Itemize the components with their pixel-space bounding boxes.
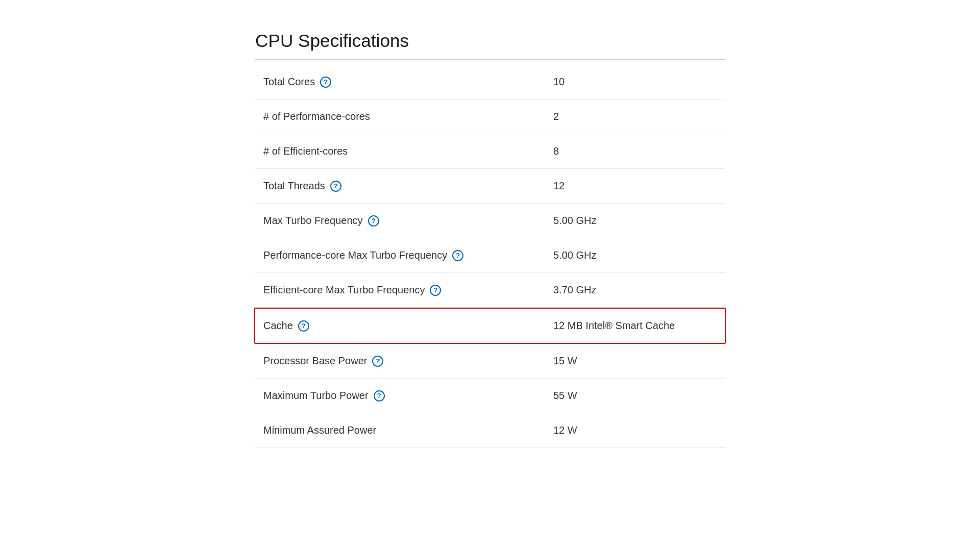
spec-row-maximum-turbo-power: Maximum Turbo Power?55 W (255, 379, 725, 413)
section-divider (255, 59, 725, 60)
spec-label-max-turbo-frequency: Max Turbo Frequency? (263, 215, 553, 227)
spec-label-performance-core-max-turbo: Performance-core Max Turbo Frequency? (263, 249, 553, 261)
help-icon-processor-base-power[interactable]: ? (372, 356, 383, 367)
spec-label-text-efficient-core-max-turbo: Efficient-core Max Turbo Frequency (263, 284, 425, 296)
spec-label-total-cores: Total Cores? (263, 76, 553, 88)
spec-label-text-cache: Cache (263, 320, 293, 332)
spec-row-performance-core-max-turbo: Performance-core Max Turbo Frequency?5.0… (255, 238, 725, 273)
spec-label-text-efficient-cores: # of Efficient-cores (263, 145, 348, 157)
spec-value-minimum-assured-power: 12 W (553, 424, 717, 436)
help-icon-cache[interactable]: ? (298, 320, 309, 332)
section-title: CPU Specifications (255, 31, 725, 51)
spec-value-performance-core-max-turbo: 5.00 GHz (553, 249, 717, 261)
spec-row-max-turbo-frequency: Max Turbo Frequency?5.00 GHz (255, 204, 725, 238)
help-icon-maximum-turbo-power[interactable]: ? (374, 390, 385, 402)
spec-label-text-performance-cores: # of Performance-cores (263, 111, 370, 122)
spec-row-total-threads: Total Threads?12 (255, 169, 725, 204)
spec-label-text-total-threads: Total Threads (263, 180, 325, 192)
spec-row-efficient-cores: # of Efficient-cores8 (255, 134, 725, 169)
specs-list: Total Cores?10# of Performance-cores2# o… (255, 65, 725, 448)
spec-row-minimum-assured-power: Minimum Assured Power12 W (255, 413, 725, 448)
spec-value-max-turbo-frequency: 5.00 GHz (553, 215, 717, 227)
spec-row-processor-base-power: Processor Base Power?15 W (255, 344, 725, 379)
spec-label-text-processor-base-power: Processor Base Power (263, 355, 367, 367)
spec-label-maximum-turbo-power: Maximum Turbo Power? (263, 390, 553, 402)
spec-value-performance-cores: 2 (553, 111, 717, 122)
spec-row-performance-cores: # of Performance-cores2 (255, 99, 725, 134)
spec-value-total-threads: 12 (553, 180, 717, 192)
help-icon-total-cores[interactable]: ? (320, 77, 331, 88)
spec-label-text-max-turbo-frequency: Max Turbo Frequency (263, 215, 363, 227)
spec-label-total-threads: Total Threads? (263, 180, 553, 192)
spec-label-text-total-cores: Total Cores (263, 76, 315, 88)
spec-value-efficient-cores: 8 (553, 145, 717, 157)
help-icon-performance-core-max-turbo[interactable]: ? (452, 250, 463, 261)
cpu-specs-container: CPU Specifications Total Cores?10# of Pe… (235, 20, 745, 458)
spec-label-processor-base-power: Processor Base Power? (263, 355, 553, 367)
spec-label-text-performance-core-max-turbo: Performance-core Max Turbo Frequency (263, 249, 447, 261)
spec-label-cache: Cache? (263, 320, 553, 332)
spec-label-minimum-assured-power: Minimum Assured Power (263, 424, 553, 436)
help-icon-efficient-core-max-turbo[interactable]: ? (430, 285, 441, 296)
spec-value-processor-base-power: 15 W (553, 355, 717, 367)
spec-label-text-maximum-turbo-power: Maximum Turbo Power (263, 390, 369, 402)
spec-row-total-cores: Total Cores?10 (255, 65, 725, 99)
spec-label-efficient-cores: # of Efficient-cores (263, 145, 553, 157)
spec-label-text-minimum-assured-power: Minimum Assured Power (263, 424, 376, 436)
spec-label-performance-cores: # of Performance-cores (263, 111, 553, 122)
help-icon-total-threads[interactable]: ? (330, 181, 341, 192)
spec-value-efficient-core-max-turbo: 3.70 GHz (553, 284, 717, 296)
spec-row-efficient-core-max-turbo: Efficient-core Max Turbo Frequency?3.70 … (255, 273, 725, 308)
help-icon-max-turbo-frequency[interactable]: ? (368, 215, 379, 227)
spec-value-maximum-turbo-power: 55 W (553, 390, 717, 402)
spec-value-cache: 12 MB Intel® Smart Cache (553, 320, 717, 332)
spec-label-efficient-core-max-turbo: Efficient-core Max Turbo Frequency? (263, 284, 553, 296)
spec-value-total-cores: 10 (553, 76, 717, 88)
spec-row-cache: Cache?12 MB Intel® Smart Cache (254, 308, 726, 344)
